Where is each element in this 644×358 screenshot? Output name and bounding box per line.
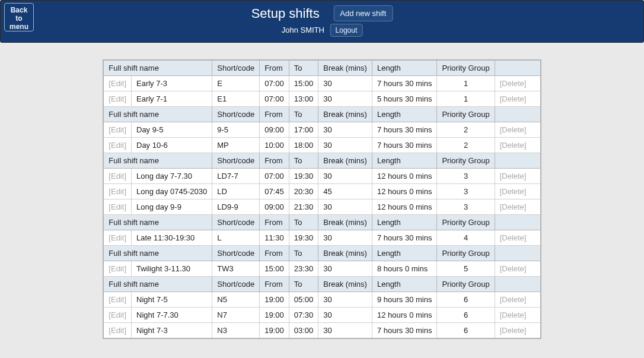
delete-link[interactable]: Delete [500,233,527,242]
cell-priority: 2 [437,122,495,138]
cell-break: 30 [318,292,372,308]
edit-link[interactable]: Edit [109,202,126,211]
column-header [495,215,541,230]
table-row: EditDay 10-6MP10:0018:00307 hours 30 min… [103,138,540,153]
column-header: Short/code [212,277,260,292]
cell-from: 10:00 [260,138,289,153]
cell-to: 07:30 [289,308,318,323]
delete-link[interactable]: Delete [500,94,527,103]
cell-to: 23:30 [289,261,318,277]
column-header: Short/code [212,153,260,169]
column-header [495,277,541,292]
user-info: John SMITH Logout [251,24,393,37]
delete-link[interactable]: Delete [500,172,527,180]
cell-name: Twilight 3-11.30 [132,261,212,277]
edit-link[interactable]: Edit [109,233,126,242]
cell-to: 13:00 [289,91,318,107]
column-header: To [289,277,318,292]
cell-priority: 3 [437,199,495,215]
edit-link[interactable]: Edit [109,295,126,304]
column-header: To [289,153,318,169]
add-new-shift-button[interactable]: Add new shift [333,5,393,21]
column-header: Priority Group [437,107,495,122]
column-header: Short/code [212,246,260,261]
table-row: EditEarly 7-1E107:0013:00305 hours 30 mi… [103,91,540,107]
table-header-row: Full shift nameShort/codeFromToBreak (mi… [103,60,540,76]
cell-to: 15:00 [289,76,318,91]
delete-link[interactable]: Delete [500,311,527,319]
column-header: Break (mins) [318,153,372,169]
edit-link[interactable]: Edit [109,326,126,335]
table-row: EditDay 9-59-509:0017:00307 hours 30 min… [103,122,540,138]
cell-to: 03:00 [289,323,318,339]
edit-link[interactable]: Edit [109,264,126,273]
cell-length: 7 hours 30 mins [372,138,437,153]
delete-link[interactable]: Delete [500,264,527,273]
cell-break: 30 [318,122,372,138]
shifts-table: Full shift nameShort/codeFromToBreak (mi… [103,59,541,339]
delete-link[interactable]: Delete [500,187,527,196]
edit-link[interactable]: Edit [109,79,126,88]
cell-from: 11:30 [260,230,289,246]
cell-length: 12 hours 0 mins [372,199,437,215]
cell-name: Day 9-5 [132,122,212,138]
delete-link[interactable]: Delete [500,202,527,211]
column-header: Priority Group [437,277,495,292]
column-header: Short/code [212,215,260,230]
delete-link[interactable]: Delete [500,326,527,335]
cell-code: MP [212,138,260,153]
column-header: From [260,277,289,292]
logout-button[interactable]: Logout [330,24,363,37]
cell-to: 19:30 [289,169,318,184]
cell-name: Day 10-6 [132,138,212,153]
delete-link[interactable]: Delete [500,295,527,304]
table-row: EditLong day 0745-2030LD07:4520:304512 h… [103,184,540,199]
column-header: To [289,215,318,230]
cell-code: LD [212,184,260,199]
cell-from: 19:00 [260,323,289,339]
cell-break: 30 [318,261,372,277]
column-header: Full shift name [103,153,212,169]
delete-link[interactable]: Delete [500,125,527,134]
cell-priority: 6 [437,292,495,308]
cell-length: 7 hours 30 mins [372,323,437,339]
cell-break: 30 [318,138,372,153]
table-header-row: Full shift nameShort/codeFromToBreak (mi… [103,246,540,261]
cell-from: 07:00 [260,91,289,107]
cell-from: 19:00 [260,308,289,323]
edit-link[interactable]: Edit [109,94,126,103]
cell-from: 09:00 [260,122,289,138]
cell-delete: Delete [495,138,541,153]
cell-from: 09:00 [260,199,289,215]
edit-link[interactable]: Edit [109,172,126,180]
cell-to: 19:30 [289,230,318,246]
column-header: Priority Group [437,60,495,76]
cell-length: 12 hours 0 mins [372,184,437,199]
edit-link[interactable]: Edit [109,187,126,196]
cell-edit: Edit [103,230,131,246]
delete-link[interactable]: Delete [500,79,527,88]
edit-link[interactable]: Edit [109,141,126,150]
column-header: Full shift name [103,215,212,230]
table-row: EditLate 11:30-19:30L11:3019:30307 hours… [103,230,540,246]
cell-length: 7 hours 30 mins [372,76,437,91]
cell-name: Early 7-1 [132,91,212,107]
cell-code: LD7-7 [212,169,260,184]
cell-break: 30 [318,91,372,107]
cell-edit: Edit [103,261,131,277]
edit-link[interactable]: Edit [109,311,126,319]
cell-priority: 4 [437,230,495,246]
cell-code: N7 [212,308,260,323]
cell-name: Night 7-3 [132,323,212,339]
cell-from: 07:00 [260,76,289,91]
column-header [495,60,541,76]
delete-link[interactable]: Delete [500,141,527,150]
table-row: EditNight 7-7.30N719:0007:303012 hours 0… [103,308,540,323]
cell-code: LD9-9 [212,199,260,215]
column-header: Length [372,246,437,261]
back-to-menu-button[interactable]: Back to menu [4,3,34,31]
column-header: Length [372,215,437,230]
cell-name: Night 7-7.30 [132,308,212,323]
edit-link[interactable]: Edit [109,125,126,134]
cell-code: E [212,76,260,91]
